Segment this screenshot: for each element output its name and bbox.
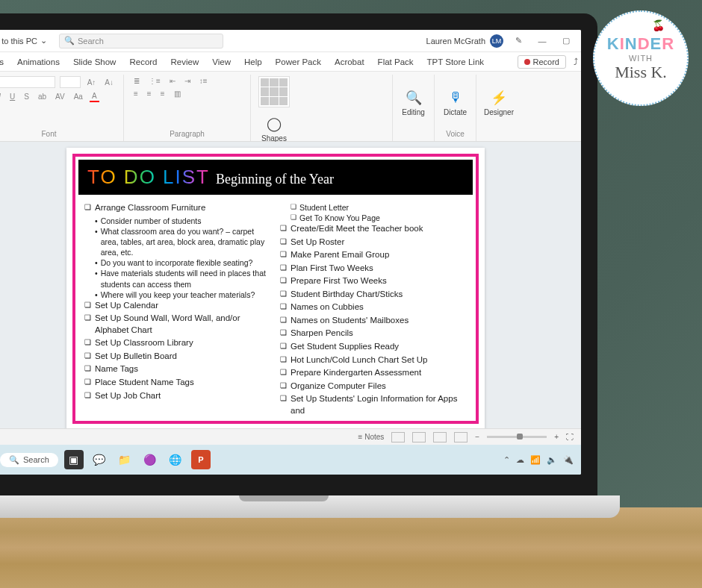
tab-review[interactable]: Review [170,54,201,69]
taskview-icon[interactable]: ▣ [64,450,84,469]
statusbar: ≡ Notes − + ⛶ [0,428,581,445]
slide-subtitle: Beginning of the Year [216,172,334,187]
checklist-item: Hot Lunch/Cold Lunch Chart Set Up [280,354,467,366]
checklist-item: Organize Computer Files [280,381,467,392]
shadow-button[interactable]: ab [36,92,49,101]
slide-columns: Arrange Classroom FurnitureConsider numb… [78,195,473,418]
record-icon [524,59,530,65]
grow-font-icon[interactable]: A↑ [85,78,99,87]
account-button[interactable]: Lauren McGrath LM [426,34,503,48]
slide[interactable]: TO DO LIST Beginning of the Year Arrange… [66,148,485,428]
checklist-item: Prepare First Two Weeks [280,275,467,287]
checklist-item: Set Up Calendar [84,300,271,312]
ribbon-tabs: nsitions Animations Slide Show Record Re… [0,52,581,72]
align-left-icon[interactable]: ≡ [131,89,140,98]
indent-dec-icon[interactable]: ⇤ [167,76,178,86]
logo-line3: Miss K. [615,63,667,82]
chat-icon[interactable]: 💬 [90,450,109,469]
shrink-font-icon[interactable]: A↓ [102,78,116,87]
dictate-button[interactable]: 🎙Dictate [441,87,470,118]
tab-tptstore[interactable]: TPT Store Link [426,54,486,69]
align-right-icon[interactable]: ≡ [158,89,167,98]
edge-icon[interactable]: 🌐 [166,450,185,469]
zoom-slider[interactable] [487,436,547,438]
group-designer: ⚡Designer Designer [476,75,521,141]
checklist-item: Create/Edit Meet the Teacher book [280,223,467,235]
editing-button[interactable]: 🔍Editing [399,87,428,118]
checklist-item: Names on Students' Mailboxes [280,315,467,327]
group-font: A↑ A↓ B I U S ab AV Aa A [0,75,124,141]
logo-line1: KINDER [607,34,674,54]
font-color-icon[interactable]: A [90,91,99,102]
spacing-button[interactable]: AV [53,92,67,101]
bullet-subitem: Do you want to incorporate flexible seat… [95,257,271,268]
normal-view-icon[interactable] [391,432,405,442]
font-name-combo[interactable] [0,76,55,88]
taskbar-search[interactable]: 🔍Search [0,453,58,467]
slide-canvas[interactable]: TO DO LIST Beginning of the Year Arrange… [0,142,581,428]
tab-slideshow[interactable]: Slide Show [72,54,118,69]
bullet-subitem: Have materials students will need in pla… [95,268,271,289]
checklist-item: Prepare Kindergarten Assessment [280,367,467,379]
zoom-out-button[interactable]: − [475,433,479,441]
chevron-up-icon[interactable]: ⌃ [503,455,510,465]
case-button[interactable]: Aa [72,92,85,101]
align-center-icon[interactable]: ≡ [145,89,154,98]
slideshow-view-icon[interactable] [454,432,468,442]
powerpoint-icon[interactable]: P [191,450,211,469]
group-voice-label: Voice [442,128,468,140]
line-spacing-icon[interactable]: ↕≡ [197,76,210,86]
fit-button[interactable]: ⛶ [566,433,574,441]
system-tray[interactable]: ⌃ ☁ 📶 🔈 🔌 [503,455,574,465]
tab-animations[interactable]: Animations [16,54,61,69]
tab-acrobat[interactable]: Acrobat [333,54,366,69]
wifi-icon[interactable]: 📶 [530,455,541,465]
italic-button[interactable]: I [0,92,3,101]
strike-button[interactable]: S [22,92,31,101]
columns-icon[interactable]: ▥ [172,89,183,98]
checklist-item: Get Student Supplies Ready [280,341,467,353]
chevron-down-icon: ⌄ [40,36,47,46]
notes-button[interactable]: ≡ Notes [358,433,385,441]
bullets-icon[interactable]: ≣ [131,76,142,86]
save-status-text: Saved to this PC [0,37,37,46]
explorer-icon[interactable]: 📁 [115,450,134,469]
underline-button[interactable]: U [7,92,17,101]
reading-view-icon[interactable] [433,432,447,442]
sorter-view-icon[interactable] [412,432,426,442]
record-button[interactable]: Record [518,55,566,69]
shapes-button[interactable]: ◯Shapes [258,113,290,144]
shape-gallery[interactable] [258,76,290,107]
checklist-item: Place Student Name Tags [84,377,271,389]
zoom-in-button[interactable]: + [554,433,559,441]
tab-view[interactable]: View [211,54,232,69]
numbering-icon[interactable]: ⋮≡ [146,76,163,86]
ribbon-options-icon[interactable]: ✎ [509,36,527,46]
checklist-item: Set Up Sound Wall, Word Wall, and/or Alp… [84,313,271,336]
font-size-combo[interactable] [60,76,80,88]
indent-inc-icon[interactable]: ⇥ [182,76,193,86]
minimize-button[interactable]: — [533,37,551,46]
search-placeholder: Search [78,37,104,46]
tab-record[interactable]: Record [128,54,158,69]
checklist-item: Name Tags [84,363,271,375]
autosave-status[interactable]: Saved to this PC ⌄ [0,36,47,46]
group-paragraph: ≣ ⋮≡ ⇤ ⇥ ↕≡ ≡ ≡ ≡ ▥ Paragrap [124,75,251,141]
copilot-icon[interactable]: 🟣 [140,450,160,469]
user-name: Lauren McGrath [426,37,485,46]
tab-flatpack[interactable]: Flat Pack [376,54,415,69]
bullet-subitem: Consider number of students [95,216,271,226]
bullet-subitem: Where will you keep your teacher materia… [95,290,271,300]
battery-icon[interactable]: 🔌 [563,455,574,465]
checklist-item: Names on Cubbies [280,301,467,313]
volume-icon[interactable]: 🔈 [547,455,557,465]
onedrive-icon[interactable]: ☁ [516,455,524,465]
tab-transitions[interactable]: nsitions [0,54,5,69]
maximize-button[interactable]: ▢ [557,36,575,46]
search-input[interactable]: 🔍 Search [59,34,223,49]
share-icon[interactable]: ⤴ [574,57,578,66]
tab-help[interactable]: Help [243,54,264,69]
tab-powerpack[interactable]: Power Pack [274,54,323,69]
designer-button[interactable]: ⚡Designer [481,87,517,118]
group-font-label: Font [0,128,116,140]
